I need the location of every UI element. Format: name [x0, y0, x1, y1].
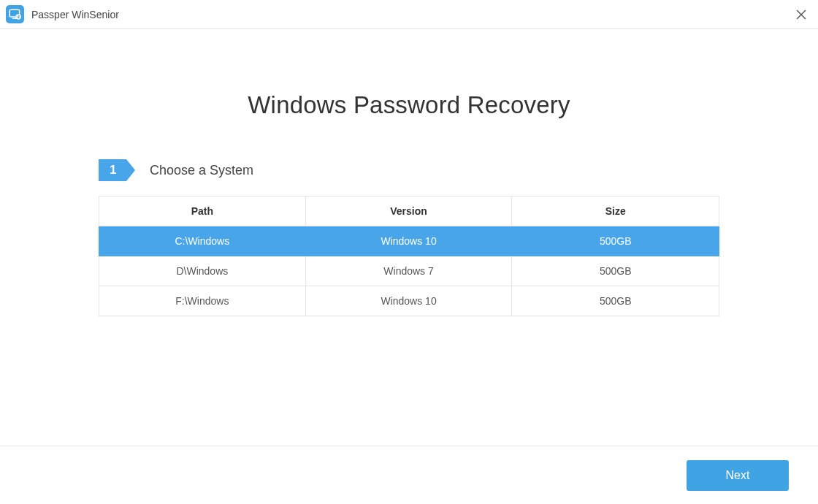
cell-path: F:\Windows — [99, 286, 306, 316]
step-badge: 1 — [99, 159, 135, 181]
footer: Next — [0, 446, 818, 504]
system-table: Path Version Size C:\WindowsWindows 1050… — [99, 196, 719, 316]
col-header-path: Path — [99, 196, 306, 226]
titlebar: Passper WinSenior — [0, 0, 818, 29]
table-header-row: Path Version Size — [99, 196, 719, 226]
cell-version: Windows 7 — [305, 256, 512, 286]
app-title: Passper WinSenior — [31, 9, 119, 20]
cell-size: 500GB — [512, 286, 719, 316]
app-icon — [6, 5, 24, 23]
page-title: Windows Password Recovery — [0, 91, 818, 119]
table-body: C:\WindowsWindows 10500GBD\WindowsWindow… — [99, 226, 719, 316]
next-button[interactable]: Next — [687, 460, 789, 491]
cell-path: D\Windows — [99, 256, 306, 286]
titlebar-left: Passper WinSenior — [6, 5, 119, 23]
step-header: 1 Choose a System — [99, 159, 719, 181]
step-section: 1 Choose a System Path Version Size C:\W… — [99, 159, 719, 316]
table-row[interactable]: D\WindowsWindows 7500GB — [99, 256, 719, 286]
cell-size: 500GB — [512, 256, 719, 286]
table-row[interactable]: C:\WindowsWindows 10500GB — [99, 226, 719, 256]
cell-version: Windows 10 — [305, 286, 512, 316]
close-button[interactable] — [790, 4, 812, 26]
cell-path: C:\Windows — [99, 226, 306, 256]
col-header-version: Version — [305, 196, 512, 226]
table-row[interactable]: F:\WindowsWindows 10500GB — [99, 286, 719, 316]
cell-size: 500GB — [512, 226, 719, 256]
step-label: Choose a System — [150, 163, 253, 178]
col-header-size: Size — [512, 196, 719, 226]
step-number: 1 — [99, 163, 116, 177]
cell-version: Windows 10 — [305, 226, 512, 256]
content: Windows Password Recovery 1 Choose a Sys… — [0, 29, 818, 316]
